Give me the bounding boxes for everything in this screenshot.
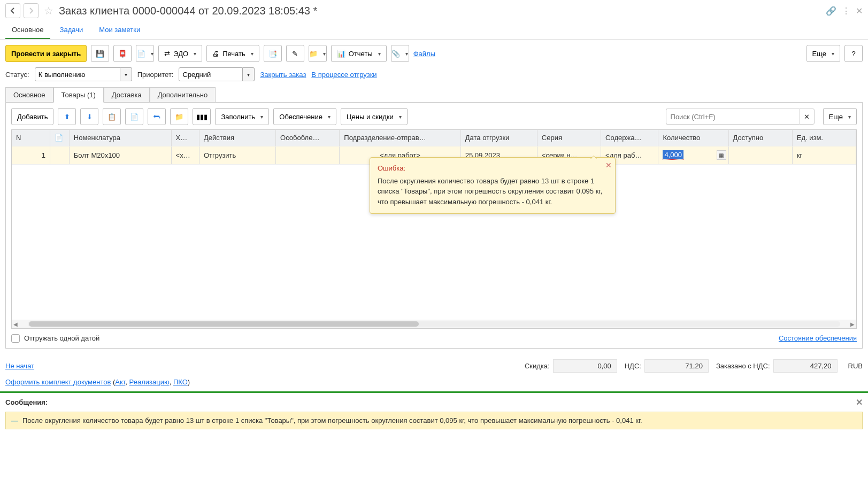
- not-started-link[interactable]: Не начат: [5, 362, 34, 370]
- single-date-label: Отгружать одной датой: [24, 334, 99, 342]
- paste-icon: 📄: [130, 113, 139, 121]
- single-date-checkbox[interactable]: [11, 334, 20, 343]
- barcode-icon: ▮▮▮: [196, 113, 208, 121]
- priority-select[interactable]: [179, 67, 243, 81]
- toolbar-icon-1[interactable]: 📑: [264, 45, 282, 62]
- col-qty[interactable]: Количество: [658, 130, 728, 146]
- tab-main[interactable]: Основное: [5, 87, 53, 103]
- fill-button[interactable]: Заполнить▾: [215, 108, 269, 125]
- act-link[interactable]: Акт: [115, 378, 125, 386]
- add-row-button[interactable]: Добавить: [11, 108, 53, 125]
- share-button[interactable]: ⮪: [148, 108, 166, 125]
- supply-state-link[interactable]: Состояние обеспечения: [779, 334, 857, 342]
- table-more-button[interactable]: Еще▾: [823, 108, 857, 125]
- error-tooltip: ✕ Ошибка: После округления количество то…: [370, 157, 616, 214]
- navtab-main[interactable]: Основное: [5, 21, 50, 39]
- status-select[interactable]: [35, 67, 120, 81]
- scroll-left-icon[interactable]: ◀: [12, 321, 19, 327]
- cell-mark: [50, 146, 70, 164]
- scrollbar-thumb[interactable]: [29, 321, 419, 327]
- more-button[interactable]: Еще▾: [806, 45, 840, 62]
- copy-icon: 📋: [107, 113, 116, 121]
- more-menu-icon[interactable]: ⋮: [842, 6, 850, 16]
- supply-button[interactable]: Обеспечение▾: [273, 108, 336, 125]
- col-shipdate[interactable]: Дата отгрузки: [460, 130, 537, 146]
- cell-unit[interactable]: кг: [792, 146, 856, 164]
- close-order-link[interactable]: Закрыть заказ: [260, 71, 306, 79]
- post-icon: 📮: [118, 50, 127, 58]
- col-n[interactable]: N: [12, 130, 50, 146]
- move-down-button[interactable]: ⬇: [80, 108, 98, 125]
- post-and-close-button[interactable]: Провести и закрыть: [5, 45, 87, 62]
- print-button[interactable]: 🖨Печать▾: [206, 45, 259, 62]
- toolbar-icon-3[interactable]: 📁▾: [309, 45, 327, 62]
- prices-button[interactable]: Цены и скидки▾: [341, 108, 408, 125]
- cell-char[interactable]: <х…: [171, 146, 199, 164]
- cell-qty[interactable]: 4,000 ▦: [658, 146, 728, 164]
- navtab-tasks[interactable]: Задачи: [53, 21, 90, 39]
- page-title: Заказ клиента 0000-000044 от 20.09.2023 …: [59, 5, 317, 17]
- messages-close-icon[interactable]: ✕: [856, 397, 863, 407]
- folder-button[interactable]: 📁: [170, 108, 188, 125]
- doc-set-link[interactable]: Оформить комплект документов: [5, 378, 111, 386]
- error-text: После округления количество товара будет…: [378, 176, 608, 207]
- tab-goods[interactable]: Товары (1): [53, 87, 104, 103]
- col-mark-icon[interactable]: 📄: [50, 130, 70, 146]
- cell-action[interactable]: Отгрузить: [199, 146, 276, 164]
- col-nomen[interactable]: Номенклатура: [69, 130, 171, 146]
- search-clear-button[interactable]: ✕: [800, 109, 815, 125]
- error-close-icon[interactable]: ✕: [605, 160, 612, 171]
- cell-nomen[interactable]: Болт М20х100: [69, 146, 171, 164]
- col-unit[interactable]: Ед. изм.: [792, 130, 856, 146]
- save-button[interactable]: 💾: [91, 45, 109, 62]
- navtab-notes[interactable]: Мои заметки: [93, 21, 147, 39]
- arrow-up-icon: ⬆: [64, 113, 70, 121]
- cell-osob[interactable]: [276, 146, 340, 164]
- horizontal-scrollbar[interactable]: ◀ ▶: [12, 320, 856, 328]
- scroll-right-icon[interactable]: ▶: [849, 321, 856, 327]
- col-char[interactable]: Х…: [171, 130, 199, 146]
- messages-title: Сообщения:: [5, 398, 48, 406]
- post-button[interactable]: 📮: [113, 45, 132, 62]
- create-based-button[interactable]: 📄▾: [136, 45, 154, 62]
- message-item[interactable]: — После округления количество товара буд…: [5, 412, 863, 429]
- discount-label: Скидка:: [525, 362, 550, 370]
- cell-avail[interactable]: [728, 146, 792, 164]
- nav-back-button[interactable]: [5, 3, 20, 18]
- reports-button[interactable]: 📊Отчеты▾: [331, 45, 387, 62]
- ordered-label: Заказано с НДС:: [716, 362, 770, 370]
- paste-button[interactable]: 📄: [125, 108, 143, 125]
- col-osob[interactable]: Особобле…: [276, 130, 340, 146]
- attach-button[interactable]: 📎▾: [391, 45, 409, 62]
- realization-link[interactable]: Реализацию: [129, 378, 170, 386]
- calculator-icon[interactable]: ▦: [717, 150, 726, 160]
- in-shipping-link[interactable]: В процессе отгрузки: [311, 71, 377, 79]
- cell-n: 1: [12, 146, 50, 164]
- edo-button[interactable]: ⇄ЭДО▾: [158, 45, 202, 62]
- barcode-button[interactable]: ▮▮▮: [193, 108, 211, 125]
- favorite-star-icon[interactable]: ☆: [44, 4, 53, 17]
- help-button[interactable]: ?: [844, 45, 863, 62]
- tab-extra[interactable]: Дополнительно: [150, 87, 216, 103]
- tab-delivery[interactable]: Доставка: [104, 87, 150, 103]
- copy-button[interactable]: 📋: [103, 108, 121, 125]
- create-based-icon: 📄: [137, 50, 145, 58]
- vat-value: 71,20: [644, 359, 709, 373]
- priority-dropdown-icon[interactable]: ▾: [243, 67, 255, 81]
- link-icon[interactable]: 🔗: [826, 6, 836, 16]
- table-search-input[interactable]: [666, 109, 800, 125]
- status-dropdown-icon[interactable]: ▾: [120, 67, 132, 81]
- close-window-icon[interactable]: ✕: [856, 6, 863, 16]
- col-dept[interactable]: Подразделение-отправ…: [340, 130, 461, 146]
- toolbar-icon-2[interactable]: ✎: [286, 45, 304, 62]
- col-actions[interactable]: Действия: [199, 130, 276, 146]
- nav-forward-button[interactable]: [24, 3, 39, 18]
- save-icon: 💾: [96, 50, 104, 58]
- currency: RUB: [848, 362, 863, 370]
- files-link[interactable]: Файлы: [413, 50, 435, 58]
- move-up-button[interactable]: ⬆: [58, 108, 76, 125]
- col-avail[interactable]: Доступно: [728, 130, 792, 146]
- col-series[interactable]: Серия: [537, 130, 601, 146]
- pko-link[interactable]: ПКО: [173, 378, 188, 386]
- col-content[interactable]: Содержа…: [601, 130, 658, 146]
